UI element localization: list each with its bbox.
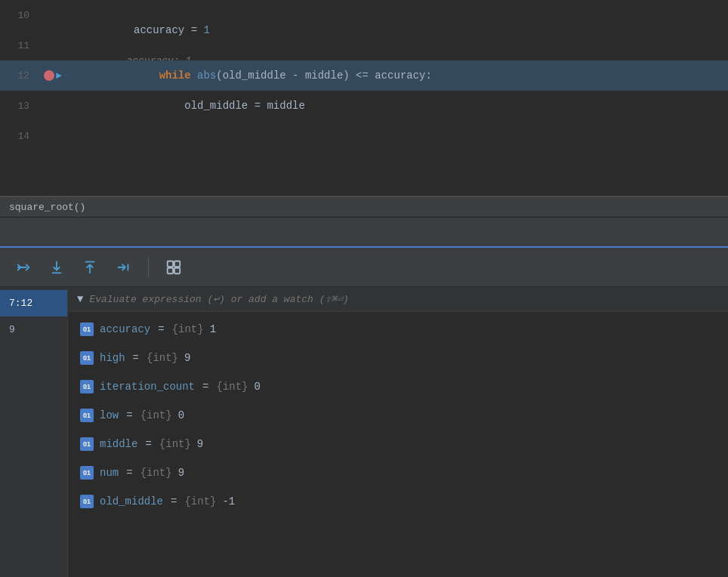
var-type-middle: {int} <box>159 438 191 450</box>
var-name-accuracy: accuracy <box>100 323 150 335</box>
var-value-middle: 9 <box>197 438 203 450</box>
line-number-13: 13 <box>0 100 42 112</box>
var-equals-high: = <box>133 352 139 364</box>
var-icon-iteration-count: 01 <box>80 380 94 393</box>
var-equals-low: = <box>126 409 132 421</box>
var-equals-accuracy: = <box>158 323 164 335</box>
toolbar-divider <box>148 257 149 278</box>
step-over-button[interactable] <box>11 256 36 279</box>
line-gutter-12: ► <box>42 70 64 82</box>
breakpoint-icon[interactable] <box>44 70 54 81</box>
function-name-label: square_root() <box>9 202 85 213</box>
var-value-accuracy: 1 <box>210 323 216 335</box>
var-name-low: low <box>100 409 119 421</box>
step-into-icon <box>48 259 65 276</box>
code-editor: 10 11 accuracy = 1 accuracy: 1 12 ► whil… <box>0 0 728 196</box>
var-name-high: high <box>100 352 125 364</box>
frame-item-0[interactable]: 7:12 <box>0 290 67 316</box>
var-icon-middle: 01 <box>80 437 94 451</box>
variables-panel: ▼ Evaluate expression (↩) or add a watch… <box>68 287 728 577</box>
var-equals-iteration-count: = <box>202 381 208 393</box>
var-type-old-middle: {int} <box>184 495 216 508</box>
var-value-low: 0 <box>178 409 184 421</box>
run-to-cursor-icon <box>115 259 131 276</box>
var-item-high[interactable]: 01 high = {int} 9 <box>68 344 728 372</box>
var-icon-low: 01 <box>80 409 94 422</box>
line-number-10: 10 <box>0 10 42 21</box>
var-name-num: num <box>100 467 119 479</box>
code-line-13: 13 old_middle = middle <box>0 91 728 121</box>
var-value-num: 9 <box>178 467 184 479</box>
var-value-iteration-count: 0 <box>254 381 260 393</box>
var-type-num: {int} <box>140 467 172 479</box>
var-item-num[interactable]: 01 num = {int} 9 <box>68 458 728 487</box>
middle-var: middle <box>267 100 304 112</box>
var-item-iteration-count[interactable]: 01 iteration_count = {int} 0 <box>68 372 728 401</box>
step-out-button[interactable] <box>77 256 103 279</box>
var-item-low[interactable]: 01 low = {int} 0 <box>68 401 728 430</box>
step-out-icon <box>82 259 98 276</box>
var-item-old-middle[interactable]: 01 old_middle = {int} -1 <box>68 487 728 516</box>
var-type-low: {int} <box>140 409 172 421</box>
svg-rect-4 <box>174 267 180 273</box>
current-line-arrow: ► <box>56 70 62 82</box>
var-name-iteration-count: iteration_count <box>100 381 195 393</box>
step-into-button[interactable] <box>44 256 69 279</box>
frame-item-1[interactable]: 9 <box>0 316 67 343</box>
run-to-cursor-button[interactable] <box>110 256 136 279</box>
view-variables-button[interactable] <box>161 256 187 279</box>
var-type-high: {int} <box>147 352 178 364</box>
status-bar: square_root() <box>0 196 728 218</box>
code-line-14: 14 <box>0 121 728 151</box>
frames-panel: 7:12 9 <box>0 287 68 577</box>
var-icon-high: 01 <box>80 351 94 365</box>
var-name-middle: middle <box>100 438 137 450</box>
var-item-accuracy[interactable]: 01 accuracy = {int} 1 <box>68 315 728 344</box>
var-name-old-middle: old_middle <box>100 495 163 508</box>
eval-chevron-icon[interactable]: ▼ <box>77 293 83 305</box>
svg-rect-3 <box>168 267 173 273</box>
var-equals-num: = <box>126 467 132 479</box>
var-value-old-middle: -1 <box>222 495 235 508</box>
view-grid-icon <box>165 259 182 276</box>
var-list: 01 accuracy = {int} 1 01 high = {int} 9 … <box>68 312 728 519</box>
svg-rect-1 <box>168 261 173 266</box>
var-icon-num: 01 <box>80 466 94 480</box>
eval-placeholder-text[interactable]: Evaluate expression (↩) or add a watch (… <box>89 293 348 305</box>
var-icon-accuracy: 01 <box>80 322 94 336</box>
step-over-icon <box>15 259 32 276</box>
var-equals-old-middle: = <box>171 495 177 508</box>
var-icon-old-middle: 01 <box>80 495 94 508</box>
eval-bar: ▼ Evaluate expression (↩) or add a watch… <box>68 287 728 312</box>
var-value-high: 9 <box>184 352 190 364</box>
line-number-11: 11 <box>0 40 42 51</box>
var-type-accuracy: {int} <box>172 323 204 335</box>
svg-rect-2 <box>174 261 180 266</box>
var-equals-middle: = <box>145 438 151 450</box>
debug-spacer <box>0 218 728 248</box>
var-type-iteration-count: {int} <box>216 381 248 393</box>
var-item-middle[interactable]: 01 middle = {int} 9 <box>68 430 728 458</box>
debug-toolbar <box>0 248 728 287</box>
line-number-12: 12 <box>0 70 42 82</box>
line-number-14: 14 <box>0 131 42 142</box>
old-middle-var: old_middle <box>184 100 248 112</box>
debug-panel: 7:12 9 ▼ Evaluate expression (↩) or add … <box>0 287 728 577</box>
